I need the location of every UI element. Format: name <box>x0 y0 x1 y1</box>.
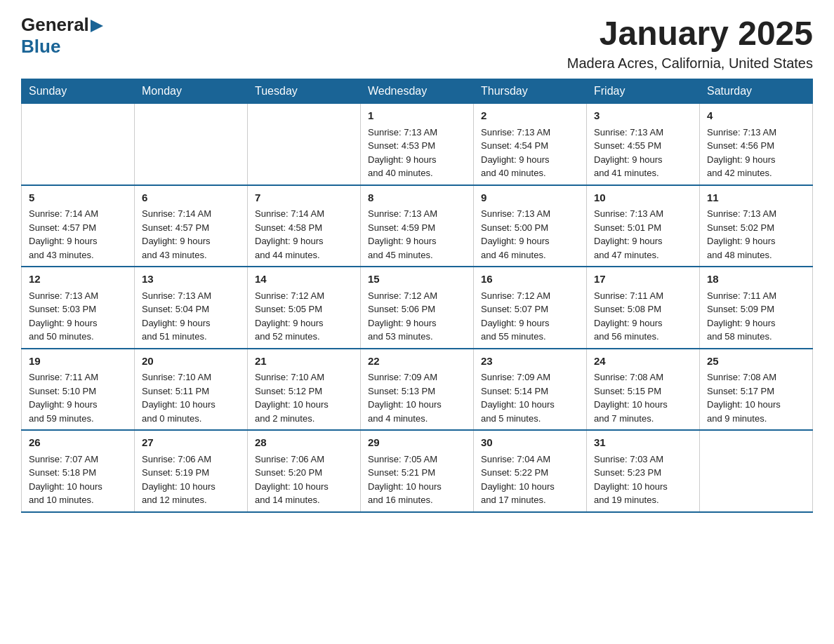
logo-arrow-icon <box>91 18 103 34</box>
calendar-cell: 23Sunrise: 7:09 AM Sunset: 5:14 PM Dayli… <box>474 349 587 431</box>
calendar-body: 1Sunrise: 7:13 AM Sunset: 4:53 PM Daylig… <box>22 104 813 512</box>
calendar-header: SundayMondayTuesdayWednesdayThursdayFrid… <box>22 79 813 104</box>
day-info: Sunrise: 7:03 AM Sunset: 5:23 PM Dayligh… <box>594 452 692 507</box>
day-number: 3 <box>594 108 692 124</box>
day-number: 20 <box>142 354 240 370</box>
day-info: Sunrise: 7:11 AM Sunset: 5:09 PM Dayligh… <box>707 289 805 344</box>
calendar-cell: 24Sunrise: 7:08 AM Sunset: 5:15 PM Dayli… <box>587 349 700 431</box>
svg-marker-0 <box>91 20 103 32</box>
calendar-week-row: 5Sunrise: 7:14 AM Sunset: 4:57 PM Daylig… <box>22 185 813 267</box>
day-info: Sunrise: 7:13 AM Sunset: 5:03 PM Dayligh… <box>29 289 127 344</box>
calendar-cell: 18Sunrise: 7:11 AM Sunset: 5:09 PM Dayli… <box>700 267 813 349</box>
calendar-cell: 3Sunrise: 7:13 AM Sunset: 4:55 PM Daylig… <box>587 104 700 185</box>
calendar-cell: 1Sunrise: 7:13 AM Sunset: 4:53 PM Daylig… <box>361 104 474 185</box>
day-info: Sunrise: 7:07 AM Sunset: 5:18 PM Dayligh… <box>29 452 127 507</box>
day-info: Sunrise: 7:13 AM Sunset: 5:01 PM Dayligh… <box>594 207 692 262</box>
day-number: 12 <box>29 271 127 288</box>
day-info: Sunrise: 7:13 AM Sunset: 5:04 PM Dayligh… <box>142 289 240 344</box>
day-info: Sunrise: 7:13 AM Sunset: 4:55 PM Dayligh… <box>594 126 692 180</box>
day-number: 8 <box>368 190 466 206</box>
day-number: 31 <box>594 435 692 451</box>
calendar-week-row: 1Sunrise: 7:13 AM Sunset: 4:53 PM Daylig… <box>22 104 813 185</box>
calendar-cell: 28Sunrise: 7:06 AM Sunset: 5:20 PM Dayli… <box>248 430 361 512</box>
calendar-cell: 17Sunrise: 7:11 AM Sunset: 5:08 PM Dayli… <box>587 267 700 349</box>
calendar-cell: 22Sunrise: 7:09 AM Sunset: 5:13 PM Dayli… <box>361 349 474 431</box>
day-info: Sunrise: 7:05 AM Sunset: 5:21 PM Dayligh… <box>368 452 466 507</box>
day-info: Sunrise: 7:06 AM Sunset: 5:19 PM Dayligh… <box>142 452 240 507</box>
calendar-cell: 29Sunrise: 7:05 AM Sunset: 5:21 PM Dayli… <box>361 430 474 512</box>
calendar-cell: 14Sunrise: 7:12 AM Sunset: 5:05 PM Dayli… <box>248 267 361 349</box>
day-info: Sunrise: 7:13 AM Sunset: 4:53 PM Dayligh… <box>368 126 466 180</box>
logo: General Blue <box>21 14 103 58</box>
day-number: 25 <box>707 354 805 370</box>
day-number: 21 <box>255 354 353 370</box>
day-number: 23 <box>481 354 579 370</box>
day-number: 13 <box>142 271 240 288</box>
calendar-cell: 30Sunrise: 7:04 AM Sunset: 5:22 PM Dayli… <box>474 430 587 512</box>
calendar-cell: 4Sunrise: 7:13 AM Sunset: 4:56 PM Daylig… <box>700 104 813 185</box>
day-number: 29 <box>368 435 466 451</box>
calendar-cell: 2Sunrise: 7:13 AM Sunset: 4:54 PM Daylig… <box>474 104 587 185</box>
day-info: Sunrise: 7:08 AM Sunset: 5:17 PM Dayligh… <box>707 370 805 425</box>
calendar-week-row: 12Sunrise: 7:13 AM Sunset: 5:03 PM Dayli… <box>22 267 813 349</box>
day-number: 30 <box>481 435 579 451</box>
calendar-cell: 5Sunrise: 7:14 AM Sunset: 4:57 PM Daylig… <box>22 185 135 267</box>
day-number: 5 <box>29 190 127 206</box>
calendar-table: SundayMondayTuesdayWednesdayThursdayFrid… <box>21 79 813 513</box>
subtitle: Madera Acres, California, United States <box>567 55 813 72</box>
day-number: 24 <box>594 354 692 370</box>
day-info: Sunrise: 7:14 AM Sunset: 4:58 PM Dayligh… <box>255 207 353 262</box>
calendar-cell: 26Sunrise: 7:07 AM Sunset: 5:18 PM Dayli… <box>22 430 135 512</box>
day-info: Sunrise: 7:06 AM Sunset: 5:20 PM Dayligh… <box>255 452 353 507</box>
day-number: 4 <box>707 108 805 124</box>
day-number: 26 <box>29 435 127 451</box>
day-info: Sunrise: 7:13 AM Sunset: 5:02 PM Dayligh… <box>707 207 805 262</box>
day-number: 7 <box>255 190 353 206</box>
main-title: January 2025 <box>567 14 813 53</box>
day-number: 16 <box>481 271 579 288</box>
calendar-cell: 16Sunrise: 7:12 AM Sunset: 5:07 PM Dayli… <box>474 267 587 349</box>
weekday-header: Friday <box>587 79 700 104</box>
day-number: 18 <box>707 271 805 288</box>
calendar-cell: 21Sunrise: 7:10 AM Sunset: 5:12 PM Dayli… <box>248 349 361 431</box>
day-number: 14 <box>255 271 353 288</box>
calendar-cell: 11Sunrise: 7:13 AM Sunset: 5:02 PM Dayli… <box>700 185 813 267</box>
calendar-cell: 9Sunrise: 7:13 AM Sunset: 5:00 PM Daylig… <box>474 185 587 267</box>
day-info: Sunrise: 7:12 AM Sunset: 5:07 PM Dayligh… <box>481 289 579 344</box>
day-info: Sunrise: 7:11 AM Sunset: 5:10 PM Dayligh… <box>29 370 127 425</box>
logo-general-text: General <box>21 14 89 36</box>
day-number: 27 <box>142 435 240 451</box>
weekday-header: Thursday <box>474 79 587 104</box>
calendar-cell: 25Sunrise: 7:08 AM Sunset: 5:17 PM Dayli… <box>700 349 813 431</box>
day-info: Sunrise: 7:09 AM Sunset: 5:13 PM Dayligh… <box>368 370 466 425</box>
calendar-cell: 13Sunrise: 7:13 AM Sunset: 5:04 PM Dayli… <box>135 267 248 349</box>
day-number: 22 <box>368 354 466 370</box>
day-info: Sunrise: 7:13 AM Sunset: 5:00 PM Dayligh… <box>481 207 579 262</box>
calendar-cell <box>135 104 248 185</box>
calendar-cell: 8Sunrise: 7:13 AM Sunset: 4:59 PM Daylig… <box>361 185 474 267</box>
day-number: 6 <box>142 190 240 206</box>
day-info: Sunrise: 7:08 AM Sunset: 5:15 PM Dayligh… <box>594 370 692 425</box>
calendar-cell: 15Sunrise: 7:12 AM Sunset: 5:06 PM Dayli… <box>361 267 474 349</box>
day-info: Sunrise: 7:10 AM Sunset: 5:11 PM Dayligh… <box>142 370 240 425</box>
day-number: 1 <box>368 108 466 124</box>
day-info: Sunrise: 7:12 AM Sunset: 5:06 PM Dayligh… <box>368 289 466 344</box>
day-number: 10 <box>594 190 692 206</box>
day-info: Sunrise: 7:12 AM Sunset: 5:05 PM Dayligh… <box>255 289 353 344</box>
calendar-cell: 6Sunrise: 7:14 AM Sunset: 4:57 PM Daylig… <box>135 185 248 267</box>
day-number: 9 <box>481 190 579 206</box>
day-number: 11 <box>707 190 805 206</box>
logo-blue-text: Blue <box>21 36 60 57</box>
weekday-header: Saturday <box>700 79 813 104</box>
calendar-cell: 10Sunrise: 7:13 AM Sunset: 5:01 PM Dayli… <box>587 185 700 267</box>
day-number: 2 <box>481 108 579 124</box>
day-number: 28 <box>255 435 353 451</box>
calendar-cell: 31Sunrise: 7:03 AM Sunset: 5:23 PM Dayli… <box>587 430 700 512</box>
day-info: Sunrise: 7:13 AM Sunset: 4:54 PM Dayligh… <box>481 126 579 180</box>
day-info: Sunrise: 7:04 AM Sunset: 5:22 PM Dayligh… <box>481 452 579 507</box>
weekday-header: Monday <box>135 79 248 104</box>
weekday-header: Sunday <box>22 79 135 104</box>
day-number: 17 <box>594 271 692 288</box>
day-info: Sunrise: 7:14 AM Sunset: 4:57 PM Dayligh… <box>142 207 240 262</box>
day-info: Sunrise: 7:10 AM Sunset: 5:12 PM Dayligh… <box>255 370 353 425</box>
